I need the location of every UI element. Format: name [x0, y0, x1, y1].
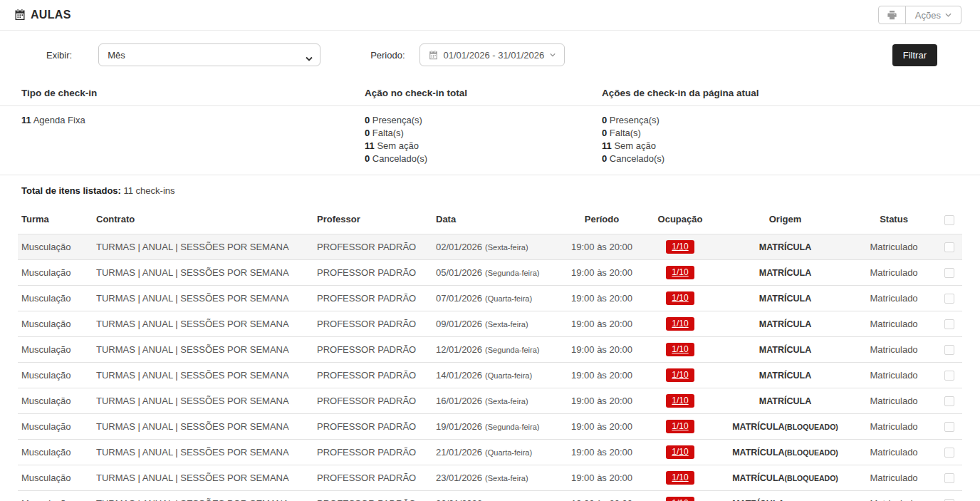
ocupacao-badge[interactable]: 1/10 — [666, 240, 694, 254]
cell-periodo: 19:00 às 20:00 — [563, 285, 641, 311]
cell-ocupacao: 1/10 — [641, 234, 719, 259]
ocupacao-badge[interactable]: 1/10 — [666, 343, 694, 356]
table-row: Musculação TURMAS | ANUAL | SESSÕES POR … — [18, 388, 962, 413]
origem-extra: (BLOQUEADO) — [785, 423, 838, 431]
cell-professor: PROFESSOR PADRÃO — [313, 285, 432, 311]
cell-origem: MATRÍCULA — [719, 362, 851, 388]
filter-row: Exibir: Mês Periodo: 01/01/2026 - 31/01/… — [0, 31, 980, 79]
cell-turma: Musculação — [18, 285, 93, 311]
cell-weekday: (Segunda-feira) — [485, 423, 539, 431]
summary-label: Falta(s) — [372, 128, 404, 138]
row-checkbox[interactable] — [944, 319, 954, 329]
cell-origem: MATRÍCULA(BLOQUEADO) — [719, 465, 851, 490]
summary-count: 0 — [602, 128, 607, 138]
total-label: Total de itens listados: — [21, 185, 121, 196]
total-row: Total de itens listados: 11 check-ins — [0, 175, 980, 203]
cell-professor: PROFESSOR PADRÃO — [313, 413, 432, 439]
calendar-icon — [14, 9, 26, 21]
row-checkbox[interactable] — [944, 448, 954, 458]
aulas-table: Turma Contrato Professor Data Período Oc… — [18, 206, 962, 501]
origem-value: MATRÍCULA — [732, 448, 784, 458]
cell-date-value: 02/01/2026 — [436, 242, 482, 252]
summary-items-0: 11 Agenda Fixa — [0, 114, 365, 165]
cell-data: 26/01/2026(Segunda-feira) — [432, 490, 563, 501]
summary-item: 11 Sem ação — [602, 140, 980, 153]
actions-label: Ações — [915, 10, 941, 21]
origem-value: MATRÍCULA — [732, 422, 784, 432]
col-header-contrato: Contrato — [93, 206, 313, 234]
summary-count: 0 — [365, 128, 370, 138]
cell-contrato: TURMAS | ANUAL | SESSÕES POR SEMANA — [93, 311, 313, 336]
ocupacao-badge[interactable]: 1/10 — [666, 266, 694, 279]
exibir-label: Exibir: — [46, 50, 72, 61]
cell-ocupacao: 1/10 — [641, 259, 719, 285]
total-value: 11 check-ins — [124, 185, 175, 196]
col-header-professor: Professor — [313, 206, 432, 234]
cell-contrato: TURMAS | ANUAL | SESSÕES POR SEMANA — [93, 285, 313, 311]
row-checkbox[interactable] — [944, 294, 954, 304]
cell-periodo: 19:00 às 20:00 — [563, 439, 641, 465]
cell-professor: PROFESSOR PADRÃO — [313, 259, 432, 285]
cell-turma: Musculação — [18, 439, 93, 465]
header-actions: Ações — [878, 6, 961, 24]
summary-count: 11 — [21, 115, 31, 125]
cell-weekday: (Sexta-feira) — [485, 320, 528, 329]
row-checkbox[interactable] — [944, 345, 954, 355]
periodo-daterange-button[interactable]: 01/01/2026 - 31/01/2026 — [419, 43, 565, 66]
row-checkbox[interactable] — [944, 422, 954, 432]
row-checkbox[interactable] — [944, 242, 954, 252]
cell-status: Matriculado — [851, 311, 937, 336]
cell-weekday: (Quarta-feira) — [485, 448, 532, 457]
table-row: Musculação TURMAS | ANUAL | SESSÕES POR … — [18, 362, 962, 388]
cell-contrato: TURMAS | ANUAL | SESSÕES POR SEMANA — [93, 465, 313, 490]
actions-dropdown-button[interactable]: Ações — [905, 6, 961, 24]
summary-item: 0 Presença(s) — [602, 114, 980, 127]
ocupacao-badge[interactable]: 1/10 — [666, 471, 694, 485]
cell-date-value: 05/01/2026 — [436, 267, 482, 278]
periodo-label: Periodo: — [370, 50, 405, 61]
select-all-checkbox[interactable] — [944, 215, 954, 225]
cell-status: Matriculado — [851, 490, 937, 501]
summary-label: Cancelado(s) — [610, 153, 664, 164]
cell-periodo: 19:00 às 20:00 — [563, 490, 641, 501]
ocupacao-badge[interactable]: 1/10 — [666, 317, 694, 331]
col-header-periodo: Período — [563, 206, 641, 234]
ocupacao-badge[interactable]: 1/10 — [666, 291, 694, 305]
ocupacao-badge[interactable]: 1/10 — [666, 497, 694, 501]
summary-item: 0 Cancelado(s) — [365, 153, 602, 165]
cell-weekday: (Sexta-feira) — [485, 243, 528, 252]
cell-date-value: 21/01/2026 — [436, 447, 482, 458]
row-checkbox[interactable] — [944, 396, 954, 406]
summary-titles: Tipo de check-in Ação no check-in total … — [0, 79, 980, 106]
row-checkbox[interactable] — [944, 473, 954, 483]
summary-title-acao-total: Ação no check-in total — [365, 88, 602, 98]
origem-value: MATRÍCULA — [759, 319, 811, 329]
calendar-icon — [429, 51, 438, 60]
exibir-select-wrap: Mês — [98, 43, 320, 66]
cell-status: Matriculado — [851, 388, 937, 413]
filtrar-button[interactable]: Filtrar — [892, 44, 937, 66]
exibir-select[interactable]: Mês — [98, 43, 320, 66]
cell-professor: PROFESSOR PADRÃO — [313, 362, 432, 388]
cell-data: 02/01/2026(Sexta-feira) — [432, 234, 563, 259]
cell-date-value: 07/01/2026 — [436, 293, 482, 304]
table-row: Musculação TURMAS | ANUAL | SESSÕES POR … — [18, 490, 962, 501]
ocupacao-badge[interactable]: 1/10 — [666, 368, 694, 382]
summary-items-1: 0 Presença(s)0 Falta(s)11 Sem ação0 Canc… — [365, 114, 602, 165]
cell-weekday: (Segunda-feira) — [485, 346, 539, 354]
cell-ocupacao: 1/10 — [641, 311, 719, 336]
cell-ocupacao: 1/10 — [641, 439, 719, 465]
cell-turma: Musculação — [18, 311, 93, 336]
summary-item: 0 Falta(s) — [602, 127, 980, 140]
ocupacao-badge[interactable]: 1/10 — [666, 420, 694, 433]
ocupacao-badge[interactable]: 1/10 — [666, 445, 694, 459]
cell-turma: Musculação — [18, 234, 93, 259]
col-header-status: Status — [851, 206, 937, 234]
row-checkbox[interactable] — [944, 371, 954, 381]
table-row: Musculação TURMAS | ANUAL | SESSÕES POR … — [18, 285, 962, 311]
cell-origem: MATRÍCULA(BLOQUEADO) — [719, 439, 851, 465]
ocupacao-badge[interactable]: 1/10 — [666, 394, 694, 408]
print-button[interactable] — [878, 6, 906, 24]
row-checkbox[interactable] — [944, 268, 954, 278]
col-header-ocupacao: Ocupação — [641, 206, 719, 234]
